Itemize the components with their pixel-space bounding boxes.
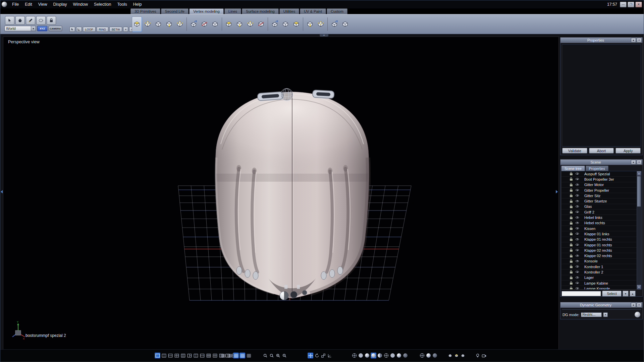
vm-tool-16[interactable]: [316, 16, 326, 32]
scene-tree-item[interactable]: Klappe 01 rechts: [561, 242, 637, 248]
scrollbar-down-icon[interactable]: ▼: [637, 285, 641, 289]
lock-icon[interactable]: [570, 199, 573, 203]
lock-icon[interactable]: [570, 259, 573, 263]
panel-close-icon[interactable]: ✕: [637, 38, 642, 43]
lock-icon[interactable]: [570, 281, 573, 285]
visibility-eye-icon[interactable]: [576, 188, 580, 192]
vm-tool-extrude[interactable]: [132, 16, 142, 32]
scene-tree-item[interactable]: Konsole: [561, 259, 637, 264]
shading-dark-icon[interactable]: [402, 353, 408, 358]
visibility-eye-icon[interactable]: [576, 221, 580, 225]
select-up-icon[interactable]: ▲: [630, 291, 636, 297]
scene-tree-item[interactable]: Gitter Propeller: [561, 188, 637, 193]
lock-icon[interactable]: [570, 183, 573, 187]
vm-tool-14[interactable]: [291, 16, 301, 32]
menu-item-selection[interactable]: Selection: [91, 0, 114, 8]
scene-tree-item[interactable]: Gitter Sitz: [561, 193, 637, 198]
tab-lines[interactable]: Lines: [224, 8, 241, 14]
menu-item-help[interactable]: Help: [130, 0, 145, 8]
tab-custom[interactable]: Custom: [327, 8, 347, 14]
dg-sphere-icon[interactable]: [635, 312, 640, 317]
viewport-canvas[interactable]: Y X: [3, 37, 558, 351]
validate-button[interactable]: Validate: [562, 148, 587, 154]
left-panel-collapse-arrow-icon[interactable]: [1, 190, 3, 193]
lock-icon[interactable]: [570, 270, 573, 274]
lock-icon[interactable]: [570, 188, 573, 192]
grid-display-icon[interactable]: [233, 353, 239, 358]
properties-panel-titlebar[interactable]: Properties ▼ ✕: [560, 38, 642, 43]
scene-tree-item[interactable]: Kissen: [561, 226, 637, 231]
menu-item-tools[interactable]: Tools: [114, 0, 130, 8]
tab-scene-tree[interactable]: Scene tree: [561, 166, 585, 171]
vm-tool-5[interactable]: [189, 16, 199, 32]
vm-tool-15[interactable]: [305, 16, 315, 32]
close-button[interactable]: ✕: [635, 2, 642, 7]
vm-tool-7[interactable]: [210, 16, 220, 32]
scene-tree-item[interactable]: Glas: [561, 204, 637, 209]
layout-2col-icon[interactable]: [161, 353, 167, 358]
menu-item-window[interactable]: Window: [70, 0, 91, 8]
visibility-eye-icon[interactable]: [576, 254, 580, 258]
lock-icon[interactable]: [570, 227, 573, 230]
rotate-tool-icon[interactable]: [314, 353, 320, 358]
vm-tool-2[interactable]: [153, 16, 163, 32]
layout-quad-b-icon[interactable]: [212, 353, 218, 358]
smoothing-high-icon[interactable]: [432, 353, 438, 358]
scene-tree-item[interactable]: Klappe 02 rechts: [561, 248, 637, 253]
lock-icon[interactable]: [570, 177, 573, 181]
visibility-eye-icon[interactable]: [576, 227, 580, 230]
scene-tree-item[interactable]: Griff 2: [561, 209, 637, 215]
visibility-eye-icon[interactable]: [576, 194, 580, 197]
scene-tree-item[interactable]: Boot Propeller 3er: [561, 177, 637, 182]
panel-close-icon[interactable]: ✕: [637, 303, 642, 307]
panel-close-icon[interactable]: ✕: [637, 160, 642, 165]
lock-icon[interactable]: [570, 254, 573, 258]
abort-button[interactable]: Abort: [589, 148, 614, 154]
lock-icon[interactable]: [570, 172, 573, 176]
panel-collapse-icon[interactable]: ▼: [631, 160, 636, 165]
tab-vertex-modeling[interactable]: Vertex modeling: [189, 8, 224, 14]
scene-tree-item[interactable]: Gitter Stuetze: [561, 198, 637, 204]
tab-3d-primitives[interactable]: 3D Primitives: [130, 8, 160, 14]
tab-second-life[interactable]: Second Life: [161, 8, 189, 14]
world-dropdown-arrow-icon[interactable]: ▼: [31, 26, 36, 31]
select-down-icon[interactable]: ▼: [623, 291, 629, 297]
betw-button[interactable]: BETW: [109, 27, 122, 32]
scale-tool-icon[interactable]: [320, 353, 326, 358]
select-arrow-tool[interactable]: [5, 16, 14, 25]
scrollbar-up-icon[interactable]: ▲: [637, 171, 641, 176]
visibility-eye-icon[interactable]: [576, 276, 580, 280]
visibility-eye-icon[interactable]: [576, 177, 580, 181]
menu-item-display[interactable]: Display: [50, 0, 70, 8]
apply-button[interactable]: Apply: [615, 148, 641, 154]
expand-selection-button[interactable]: ▼: [123, 27, 128, 32]
pen-tool[interactable]: [26, 16, 35, 25]
visibility-eye-icon[interactable]: [576, 238, 580, 241]
xyz-button[interactable]: XYZ: [37, 26, 47, 31]
dg-mode-dropdown[interactable]: Restric...: [581, 312, 602, 317]
vm-tool-18[interactable]: [340, 16, 350, 32]
select-button[interactable]: Select: [602, 291, 622, 297]
menu-item-edit[interactable]: Edit: [22, 0, 35, 8]
scrollbar-thumb[interactable]: [637, 176, 641, 207]
grid-settings-icon[interactable]: [246, 353, 252, 358]
visibility-eye-icon[interactable]: [576, 270, 580, 274]
layout-2row-icon[interactable]: [167, 353, 173, 358]
lighting-icon[interactable]: [475, 353, 480, 358]
scene-tree-item[interactable]: Lager: [561, 275, 637, 281]
vm-tool-6[interactable]: [199, 16, 209, 32]
dg-mode-dropdown-arrow-icon[interactable]: ▼: [603, 312, 608, 317]
visibility-eye-icon[interactable]: [576, 199, 580, 203]
vm-tool-4[interactable]: [175, 16, 185, 32]
grid-toggle-icon[interactable]: [220, 353, 226, 358]
move-tool-icon[interactable]: [308, 353, 313, 358]
vm-tool-1[interactable]: [143, 16, 153, 32]
ring-button[interactable]: RING: [97, 27, 108, 32]
tab-surface-modeling[interactable]: Surface modeling: [242, 8, 279, 14]
smoothing-low-icon[interactable]: [419, 353, 425, 358]
shading-wire2-icon[interactable]: [383, 353, 389, 358]
vm-tool-17[interactable]: [329, 16, 339, 32]
lock-icon[interactable]: [570, 232, 573, 236]
layout-single-icon[interactable]: [155, 353, 160, 358]
tab-uv-paint[interactable]: UV & Paint: [300, 8, 326, 14]
